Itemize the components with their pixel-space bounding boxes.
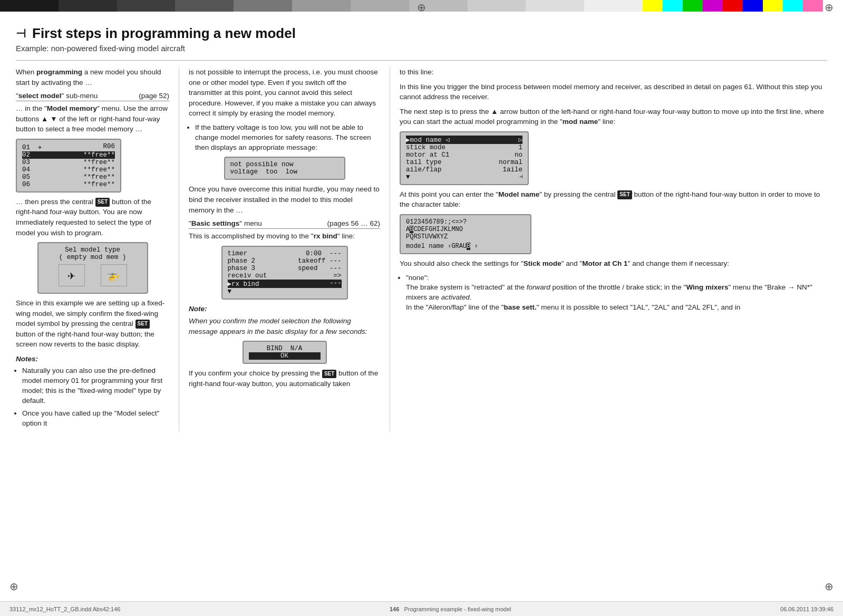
set-badge-3: SET [322,370,336,379]
heli-icon: 🚁 [101,264,127,286]
crosshair-top: ⊕ [417,1,426,14]
char-row-2: ABCDEFGHIJKLMNO [406,226,525,233]
note-item-1: Naturally you can also use the pre-defin… [22,366,169,406]
rx-row-phase2: phase 2 takeoff --- [228,257,342,265]
intro-bold: programming [36,68,82,76]
sel-model-screen: Sel model type ( empty mod mem ) ✈ 🚁 [37,242,148,294]
header-icon: ⊣ [16,27,26,41]
middle-bullets: If the battery voltage is too low, you w… [195,123,380,153]
symbol-row: ✈ 🚁 [44,264,142,286]
crosshair-right-bottom: ⊕ [825,580,834,593]
bind-desc: In this line you trigger the bind proces… [400,82,827,102]
bottom-right-text: 06.06.2011 19:39:46 [780,606,834,612]
menu-desc: … in the "Model memory" menu. Use the ar… [16,103,169,134]
page-num: 146 [390,606,399,612]
char-row-3: PQRSTUVWXYZ [406,233,525,240]
rx-row-timer: timer 0:00 --- [228,250,342,257]
mod-row-tail: tail typenormal [406,159,522,166]
columns: When programming a new model you should … [16,60,827,432]
lcd-row-2-selected: 02**free** [22,151,115,159]
rx-row-phase3: phase 3 speed --- [228,265,342,272]
bind-line1: BIND N/A [249,345,321,352]
submenu-line: "select model" sub-menu (page 52) [16,92,169,101]
mod-row-arrow: ▼⊣ [406,174,522,181]
basic-menu-line: "Basic settings" menu (pages 56 … 62) [189,219,380,229]
since-para: Since in this example we are setting up … [16,298,169,350]
voltage-line1: not possible now [230,161,339,168]
lcd-row-1: 01 ✈R06 [22,143,115,151]
bind-line2-ok: OK [249,352,321,360]
lcd-row-5: 05**free** [22,174,115,181]
char-row-4: model name ‹GRAUB › [406,243,525,250]
left-column: When programming a new model you should … [16,67,179,432]
crosshair-left-bottom: ⊕ [9,580,18,593]
bottom-left-text: 33112_mx12_HoTT_2_GB.indd Abs42:146 [9,606,120,612]
note-label: Note: [189,304,380,314]
rx-row-bind-selected: ▶rx bind --- [228,280,342,288]
airplane-icon: ✈ [59,264,85,286]
to-this-line: to this line: [400,67,827,78]
char-table-screen: 0123456789:;<=>? ABCDEFGHIJKLMNO PQRSTUV… [400,214,531,254]
page-header: ⊣ First steps in programming a new model [16,25,827,42]
sel-model-line2: ( empty mod mem ) [44,254,142,261]
at-this-point-text: At this point you can enter the "Model n… [400,189,827,210]
main-content: ⊣ First steps in programming a new model… [0,16,843,453]
mod-row-motor: motor at C1no [406,151,522,159]
notes-list: Naturally you can also use the pre-defin… [22,366,169,428]
intro-para: When programming a new model you should … [16,67,169,88]
bottom-bar: 33112_mx12_HoTT_2_GB.indd Abs42:146 146 … [0,601,843,616]
notes-label: Notes: [16,354,169,364]
none-item: "none": The brake system is "retracted" … [406,273,827,313]
rx-row-arrow: ▼ [228,288,342,295]
page-title: First steps in programming a new model [32,25,296,42]
should-check-text: You should also check the settings for "… [400,258,827,269]
battery-warning: If the battery voltage is too low, you w… [195,123,380,153]
bind-screen: BIND N/A OK [243,341,327,364]
rx-row-receiv: receiv out=> [228,272,342,280]
set-badge-2: SET [135,320,150,329]
submenu-page: (page 52) [139,92,169,100]
set-badge-4: SET [617,190,632,199]
mod-row-stick: stick mode1 [406,144,522,151]
voltage-screen: not possible now voltage too low [224,157,345,180]
right-bullets: "none": The brake system is "retracted" … [406,273,827,313]
crosshair-top-right: ⊕ [825,1,834,14]
set-badge-1: SET [95,198,110,207]
lcd-row-3: 03**free** [22,159,115,166]
submenu-label: "select model" sub-menu [16,92,98,100]
page-label: Programming example - fixed-wing model [404,606,511,612]
mod-row-aile: aile/flap1aile [406,166,522,174]
basic-menu-label: "Basic settings" menu [189,219,262,227]
char-row-1: 0123456789:;<=>? [406,218,525,226]
none-label: "none": [406,274,429,282]
next-step-text: The next step is to press the ▲ arrow bu… [400,107,827,127]
continue-text: is not possible to interrupt the process… [189,67,380,119]
then-press-para: … then press the central SET button of t… [16,197,169,238]
page-subtitle: Example: non-powered fixed-wing model ai… [16,44,827,53]
mod-row-1-selected: ▶mod name ◁▷ [406,136,522,144]
confirm-text: If you confirm your choice by pressing t… [189,368,380,389]
once-text: Once you have overcome this initial hurd… [189,184,380,215]
lcd-row-4: 04**free** [22,166,115,174]
basic-menu-page: (pages 56 … 62) [327,219,380,227]
lcd-row-6: 06**free** [22,181,115,188]
voltage-line2: voltage too low [230,168,339,176]
note-item-2: Once you have called up the "Model selec… [22,409,169,429]
note-text: When you confirm the model selection the… [189,316,380,336]
rx-bind-text: This is accomplished by moving to the "r… [189,231,380,242]
mod-name-screen: ▶mod name ◁▷ stick mode1 motor at C1no t… [400,131,529,185]
sel-model-line1: Sel model type [44,246,142,254]
rx-bind-screen: timer 0:00 --- phase 2 takeoff --- phase… [221,246,348,300]
bottom-center-text: 146 Programming example - fixed-wing mod… [390,606,511,612]
right-column: to this line: In this line you trigger t… [390,67,827,432]
model-memory-screen: 01 ✈R06 02**free** 03**free** 04**free**… [16,139,121,192]
middle-column: is not possible to interrupt the process… [179,67,390,432]
